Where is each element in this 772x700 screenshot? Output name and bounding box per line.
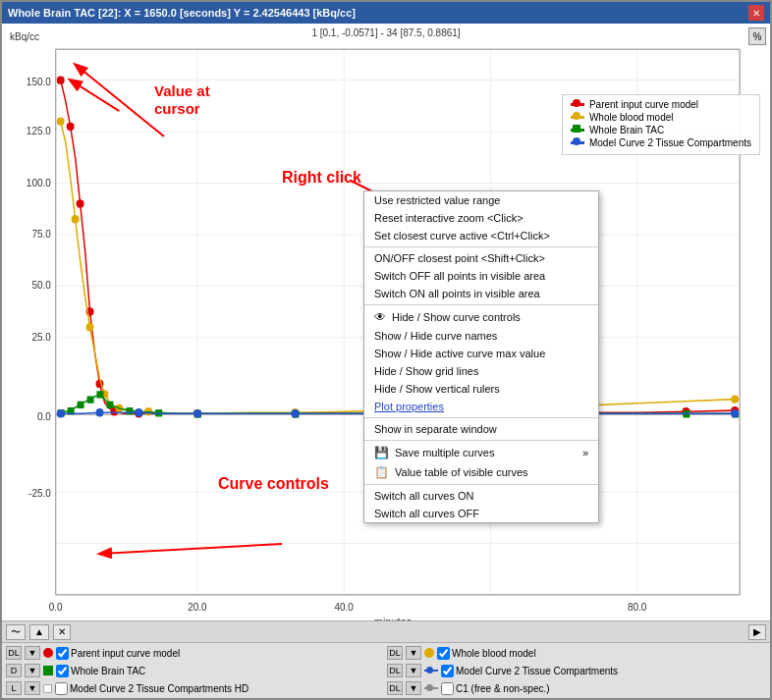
menu-item-value-table[interactable]: 📋 Value table of visible curves: [364, 462, 598, 482]
ctrl-label-blood: Whole blood model: [452, 648, 536, 659]
svg-text:75.0: 75.0: [31, 229, 51, 240]
ctrl-check-parent[interactable]: Parent input curve model: [56, 647, 180, 660]
ctrl-checkbox-model2[interactable]: [441, 665, 454, 677]
svg-rect-63: [126, 407, 133, 414]
toolbar-close-button[interactable]: ✕: [53, 624, 71, 640]
menu-item-switch-all-off[interactable]: Switch all curves OFF: [364, 505, 598, 522]
ctrl-check-brain[interactable]: Whole Brain TAC: [56, 665, 145, 677]
svg-point-34: [77, 199, 84, 207]
svg-rect-60: [87, 396, 94, 403]
ctrl-btn-arrow-c1[interactable]: ▼: [406, 681, 421, 695]
menu-separator-1: [364, 246, 598, 247]
ctrl-btn-arrow-parent[interactable]: ▼: [25, 646, 40, 660]
legend-label-model: Model Curve 2 Tissue Compartments: [589, 137, 751, 148]
menu-item-hide-show-controls[interactable]: 👁 Hide / Show curve controls: [364, 307, 598, 327]
menu-item-switch-on-points[interactable]: Switch ON all points in visible area: [364, 285, 598, 302]
svg-point-32: [57, 76, 65, 83]
ctrl-checkbox-brain[interactable]: [56, 665, 69, 677]
control-row-modelHD: L ▼ Model Curve 2 Tissue Compartments HD: [6, 680, 385, 696]
svg-point-75: [291, 409, 299, 417]
ctrl-btn-dl-blood[interactable]: DL: [387, 646, 403, 660]
svg-text:25.0: 25.0: [31, 332, 51, 343]
ctrl-label-brain: Whole Brain TAC: [71, 666, 145, 676]
menu-item-restricted[interactable]: Use restricted value range: [364, 191, 598, 209]
table-icon: 📋: [374, 465, 389, 479]
ctrl-btn-dl-model2[interactable]: DL: [387, 664, 403, 677]
control-row-brain: D ▼ Whole Brain TAC: [6, 663, 385, 678]
toolbar-right-button[interactable]: ▶: [748, 624, 766, 640]
menu-item-show-hide-names[interactable]: Show / Hide curve names: [364, 327, 598, 345]
svg-point-78: [731, 409, 739, 417]
window-title: Whole Brain TAC [22]: X = 1650.0 [second…: [8, 7, 356, 19]
up-button[interactable]: ▲: [29, 624, 49, 640]
svg-point-71: [57, 409, 65, 417]
submenu-arrow: »: [582, 447, 588, 458]
title-bar: Whole Brain TAC [22]: X = 1650.0 [second…: [2, 2, 770, 24]
svg-text:0.0: 0.0: [49, 601, 63, 612]
control-row-parent: DL ▼ Parent input curve model: [6, 645, 385, 661]
ctrl-square-modelHD: [43, 684, 52, 693]
curve-controls: DL ▼ Parent input curve model DL ▼ Whole…: [2, 642, 770, 698]
context-menu[interactable]: Use restricted value range Reset interac…: [363, 190, 599, 523]
bottom-toolbar: 〜 ▲ ✕ ▶: [2, 620, 770, 642]
ctrl-checkbox-blood[interactable]: [437, 647, 450, 660]
ctrl-check-blood[interactable]: Whole blood model: [437, 647, 536, 660]
ctrl-check-modelHD[interactable]: Model Curve 2 Tissue Compartments HD: [55, 682, 248, 695]
menu-separator-4: [364, 440, 598, 441]
menu-item-show-separate[interactable]: Show in separate window: [364, 420, 598, 438]
wave-button[interactable]: 〜: [6, 624, 26, 640]
svg-text:50.0: 50.0: [31, 280, 51, 291]
svg-rect-59: [78, 402, 84, 408]
svg-text:150.0: 150.0: [27, 77, 51, 87]
svg-text:20.0: 20.0: [188, 601, 207, 612]
svg-text:80.0: 80.0: [628, 601, 647, 612]
menu-item-reset-zoom[interactable]: Reset interactive zoom <Click>: [364, 209, 598, 227]
menu-item-switch-all-on[interactable]: Switch all curves ON: [364, 487, 598, 505]
ctrl-check-c1[interactable]: C1 (free & non-spec.): [441, 682, 550, 695]
control-row-c1: DL ▼ C1 (free & non-spec.): [387, 680, 766, 696]
svg-point-73: [135, 408, 142, 416]
ctrl-dot-blood: [424, 648, 434, 658]
ctrl-checkbox-c1[interactable]: [441, 682, 454, 695]
chart-area[interactable]: kBq/cc 1 [0.1, -0.0571] - 34 [87.5, 0.88…: [2, 24, 770, 620]
ctrl-btn-l-modelHD[interactable]: L: [6, 681, 22, 695]
ctrl-btn-dl-parent[interactable]: DL: [6, 646, 22, 660]
menu-item-onoff-point[interactable]: ON/OFF closest point <Shift+Click>: [364, 249, 598, 267]
legend-item-brain: Whole Brain TAC: [571, 125, 751, 135]
svg-text:125.0: 125.0: [27, 126, 51, 136]
menu-item-set-closest[interactable]: Set closest curve active <Ctrl+Click>: [364, 227, 598, 244]
ctrl-checkbox-parent[interactable]: [56, 647, 69, 660]
ctrl-icon-c1: [424, 687, 438, 689]
ctrl-label-c1: C1 (free & non-spec.): [456, 683, 550, 694]
menu-item-hide-show-rulers[interactable]: Hide / Show vertical rulers: [364, 380, 598, 398]
ctrl-btn-arrow-modelHD[interactable]: ▼: [25, 681, 40, 695]
ctrl-btn-arrow-brain[interactable]: ▼: [25, 664, 40, 677]
legend-item-parent: Parent input curve model: [571, 99, 751, 110]
eye-icon: 👁: [374, 310, 386, 324]
ctrl-btn-dl-c1[interactable]: DL: [387, 681, 403, 695]
svg-point-48: [86, 323, 94, 331]
svg-point-33: [67, 123, 75, 131]
control-row-blood: DL ▼ Whole blood model: [387, 645, 766, 661]
menu-item-hide-show-grid[interactable]: Hide / Show grid lines: [364, 362, 598, 380]
menu-separator-5: [364, 484, 598, 485]
close-button[interactable]: ✕: [748, 5, 764, 21]
ctrl-checkbox-modelHD[interactable]: [55, 682, 68, 695]
svg-point-56: [731, 395, 739, 403]
main-window: Whole Brain TAC [22]: X = 1650.0 [second…: [0, 0, 772, 700]
ctrl-btn-arrow-blood[interactable]: ▼: [406, 646, 421, 660]
ctrl-check-model2[interactable]: Model Curve 2 Tissue Compartments: [441, 665, 618, 677]
menu-item-plot-properties[interactable]: Plot properties: [364, 398, 598, 415]
menu-item-save-multiple[interactable]: 💾 Save multiple curves »: [364, 443, 598, 462]
svg-point-74: [193, 409, 201, 417]
ctrl-btn-d-brain[interactable]: D: [6, 664, 22, 677]
menu-item-switch-off-points[interactable]: Switch OFF all points in visible area: [364, 267, 598, 285]
svg-point-72: [96, 408, 104, 416]
menu-item-show-hide-max[interactable]: Show / Hide active curve max value: [364, 345, 598, 362]
ctrl-label-modelHD: Model Curve 2 Tissue Compartments HD: [70, 683, 248, 694]
svg-point-46: [57, 117, 65, 125]
ctrl-icon-model2: [424, 670, 438, 672]
svg-rect-61: [97, 391, 104, 398]
ctrl-btn-arrow-model2[interactable]: ▼: [406, 664, 421, 677]
svg-text:minutes: minutes: [374, 616, 413, 620]
